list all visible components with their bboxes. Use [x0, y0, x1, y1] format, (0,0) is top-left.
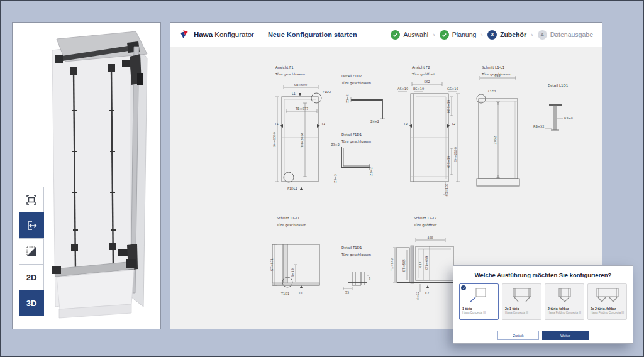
svg-text:T1: T1 — [274, 122, 279, 126]
view-3d-label: 3D — [26, 299, 37, 308]
hinge-top-block — [137, 73, 143, 85]
option-label: 2-türig, faltbar — [548, 307, 581, 310]
rail-fitting — [71, 244, 78, 251]
svg-text:Z5=3: Z5=3 — [333, 174, 337, 183]
step-auswahl[interactable]: Auswahl — [391, 30, 428, 40]
view-3d-button[interactable]: 3D — [19, 290, 44, 316]
check-icon — [391, 30, 400, 40]
svg-text:F1D2: F1D2 — [323, 90, 331, 94]
step-zubehoer[interactable]: 3 Zubehör — [487, 30, 526, 40]
option-card-1-tuerig[interactable]: 1-türig Hawa Concepta III — [459, 283, 499, 320]
svg-text:T1: T1 — [321, 122, 325, 126]
svg-text:Schnitt T1-T1: Schnitt T1-T1 — [277, 216, 299, 220]
svg-text:TH=2064: TH=2064 — [300, 133, 304, 148]
svg-text:Z3=2: Z3=2 — [331, 143, 340, 146]
doors-two-folding-icon — [591, 286, 624, 305]
svg-text:L1: L1 — [292, 92, 296, 96]
step-datenausgabe[interactable]: 4 Datenausgabe — [538, 30, 593, 40]
svg-text:2062: 2062 — [493, 136, 497, 145]
svg-text:BS=19: BS=19 — [413, 87, 424, 91]
option-sublabel: Hawa Concepta III — [462, 311, 496, 314]
option-label: 2x 1-türig — [505, 307, 538, 310]
svg-text:Detail F1D2: Detail F1D2 — [341, 74, 362, 78]
svg-text:Ansicht F1: Ansicht F1 — [275, 65, 294, 69]
svg-text:Z2=2: Z2=2 — [369, 167, 373, 176]
svg-text:Detail T1D1: Detail T1D1 — [341, 246, 362, 250]
bottom-track-endcap-right — [126, 259, 136, 268]
svg-text:EH=2100: EH=2100 — [453, 147, 457, 162]
svg-text:M=22: M=22 — [416, 292, 419, 301]
svg-text:55: 55 — [345, 290, 349, 294]
stepper: Auswahl › Planung › 3 Zubehör › 4 Dat — [391, 30, 593, 40]
svg-text:Türe geschlossen: Türe geschlossen — [275, 72, 306, 77]
door-open-toggle-button[interactable] — [19, 212, 44, 239]
option-card-2-tuerig-faltbar[interactable]: 2-türig, faltbar Hawa Folding Concepta I… — [545, 283, 584, 320]
step-separator: › — [531, 31, 533, 38]
svg-text:F1: F1 — [299, 291, 303, 295]
svg-text:KT1=649: KT1=649 — [425, 256, 428, 271]
option-sublabel: Hawa Folding Concepta III — [548, 311, 581, 314]
svg-text:SO=100: SO=100 — [445, 184, 448, 197]
new-configuration-link[interactable]: Neue Konfiguration starten — [268, 31, 357, 38]
option-sublabel: Hawa Concepta III — [505, 311, 538, 314]
drawing-ansicht-f1: Ansicht F1 Türe geschlossen SB=600 L1 F1… — [272, 65, 331, 190]
fullscreen-button[interactable] — [19, 187, 44, 213]
step-label: Planung — [452, 31, 477, 38]
svg-text:RS=8: RS=8 — [564, 116, 573, 120]
svg-text:3: 3 — [369, 277, 370, 280]
drawing-schnitt-t2-t2: Schnitt T2-T2 Türe geöffnet 488 T1=649 E… — [390, 216, 453, 300]
svg-text:RB=32: RB=32 — [533, 124, 544, 128]
next-button[interactable]: Weiter — [542, 331, 589, 340]
step-planung[interactable]: Planung — [440, 30, 477, 40]
option-card-row: 1-türig Hawa Concepta III 2x 1-türig Haw… — [453, 283, 633, 320]
hawa-logo-icon — [179, 30, 190, 40]
svg-text:L1D1: L1D1 — [488, 89, 496, 93]
drawing-detail-f1d1: Detail F1D1 Türe geschlossen Z3=2 Z2=2 Z… — [331, 133, 373, 183]
brand-title: Hawa Konfigurator — [194, 31, 254, 38]
option-card-2x-2-tuerig-faltbar[interactable]: 2x 2-türig, faltbar Hawa Folding Concept… — [587, 283, 627, 320]
view-2d-button[interactable]: 2D — [19, 264, 44, 290]
svg-text:649: 649 — [494, 74, 501, 77]
door-arrow-icon — [26, 220, 38, 231]
svg-text:Türe geschlossen: Türe geschlossen — [276, 223, 307, 228]
svg-text:KBS=19: KBS=19 — [447, 156, 450, 168]
selected-check-badge — [461, 285, 466, 290]
viewer-panel: 2D 3D — [12, 22, 161, 329]
svg-text:T2: T2 — [403, 122, 408, 126]
check-icon — [440, 30, 449, 40]
hinge-bottom — [118, 249, 128, 256]
svg-text:F1DL1: F1DL1 — [287, 187, 297, 190]
svg-text:T2: T2 — [451, 122, 455, 126]
svg-text:S=19: S=19 — [291, 268, 294, 277]
top-track-endcap-left — [55, 55, 63, 63]
viewer-toolbar: 2D 3D — [19, 187, 44, 316]
svg-text:ET=565: ET=565 — [402, 259, 406, 272]
door-folding-icon — [548, 286, 581, 305]
back-button[interactable]: Zurück — [497, 331, 539, 340]
drawing-detail-l1d1: Detail L1D1 RS=8 RB=32 — [533, 84, 573, 130]
drawing-schnitt-t1-t1: Schnitt T1-T1 Türe geschlossen ST=671 S=… — [270, 216, 319, 295]
svg-text:562: 562 — [424, 80, 430, 84]
rail-fitting — [108, 64, 115, 72]
brand: Hawa Konfigurator — [179, 30, 254, 40]
svg-text:Ansicht F2: Ansicht F2 — [412, 65, 430, 69]
brand-bold: Hawa — [194, 31, 213, 38]
half-filled-square-icon — [26, 246, 36, 256]
option-card-2x-1-tuerig[interactable]: 2x 1-türig Hawa Concepta III — [502, 283, 541, 320]
svg-text:T1=649: T1=649 — [390, 258, 394, 272]
contrast-toggle-button[interactable] — [19, 238, 44, 265]
svg-text:Detail F1D1: Detail F1D1 — [341, 133, 362, 136]
svg-text:GS=19: GS=19 — [447, 87, 458, 91]
step-number-badge: 3 — [487, 30, 497, 40]
drawing-detail-f1d2: Detail F1D2 Türe geschlossen Z1=2 Z4=2 — [341, 74, 385, 123]
door-single-icon — [462, 286, 496, 305]
svg-text:Türe geschlossen: Türe geschlossen — [341, 81, 372, 85]
view-2d-label: 2D — [26, 273, 37, 282]
svg-text:Z4=2: Z4=2 — [370, 119, 379, 123]
step-label: Datenausgabe — [550, 31, 593, 38]
option-label: 2x 2-türig, faltbar — [591, 307, 624, 310]
svg-text:ST=671: ST=671 — [270, 258, 274, 271]
svg-text:Türe geschlossen: Türe geschlossen — [341, 253, 372, 257]
svg-text:KBS=19: KBS=19 — [447, 100, 450, 113]
svg-text:Detail L1D1: Detail L1D1 — [548, 84, 568, 87]
